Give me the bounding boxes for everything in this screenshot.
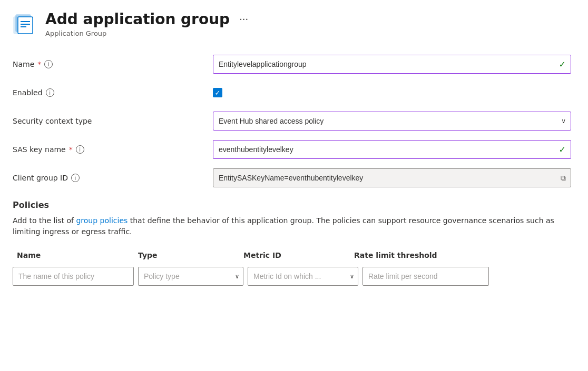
client-group-control: ⧉ — [213, 168, 571, 187]
policies-title: Policies — [13, 200, 575, 210]
enabled-checkbox[interactable]: ✓ — [213, 88, 222, 97]
client-group-label: Client group ID i — [13, 174, 213, 182]
checkbox-check-icon: ✓ — [215, 89, 221, 96]
sas-key-check-icon: ✓ — [559, 145, 566, 155]
table-row: Policy type Throttling ∨ Metric Id on wh… — [13, 267, 575, 286]
sas-key-info-icon[interactable]: i — [76, 145, 84, 154]
table-header: Name Type Metric ID Rate limit threshold — [13, 248, 575, 263]
header-text-group: Add application group ··· Application Gr… — [45, 11, 248, 37]
table-header-rate-limit: Rate limit threshold — [350, 248, 476, 263]
name-label: Name * i — [13, 60, 213, 68]
security-context-dropdown[interactable]: Event Hub shared access policy AAD — [213, 112, 571, 131]
svg-rect-2 — [18, 17, 33, 34]
sas-key-label-text: SAS key name — [13, 145, 66, 154]
header-more-options[interactable]: ··· — [239, 14, 248, 25]
metric-id-dropdown-wrapper: Metric Id on which ... IncomingBytes Out… — [248, 267, 358, 286]
name-required-star: * — [37, 60, 41, 68]
policies-desc-text1: Add to the list of — [13, 216, 76, 225]
sas-key-required-star: * — [69, 145, 73, 154]
table-header-type: Type — [134, 248, 239, 263]
policies-description: Add to the list of group policies that d… — [13, 215, 575, 237]
security-context-label-text: Security context type — [13, 117, 92, 125]
enabled-label-text: Enabled — [13, 88, 43, 97]
policy-type-dropdown[interactable]: Policy type Throttling — [138, 267, 243, 286]
sas-key-row: SAS key name * i ✓ — [13, 140, 575, 159]
sas-key-input[interactable] — [213, 140, 571, 159]
client-group-info-icon[interactable]: i — [71, 174, 80, 182]
policy-type-dropdown-wrapper: Policy type Throttling ∨ — [138, 267, 243, 286]
enabled-label: Enabled i — [13, 88, 213, 97]
name-control: ✓ — [213, 55, 571, 74]
name-label-text: Name — [13, 60, 34, 68]
sas-key-input-wrapper: ✓ — [213, 140, 571, 159]
enabled-checkbox-wrapper: ✓ — [213, 88, 571, 97]
table-header-metric-id: Metric ID — [239, 248, 350, 263]
table-header-name: Name — [13, 248, 134, 263]
client-group-input — [213, 168, 571, 187]
sas-key-control: ✓ — [213, 140, 571, 159]
rate-limit-input-wrapper — [362, 267, 489, 286]
client-group-row: Client group ID i ⧉ — [13, 168, 575, 187]
enabled-row: Enabled i ✓ — [13, 83, 575, 102]
security-context-dropdown-wrapper: Event Hub shared access policy AAD ∨ — [213, 112, 571, 131]
app-group-icon — [13, 13, 38, 38]
name-input-wrapper: ✓ — [213, 55, 571, 74]
policy-name-input[interactable] — [13, 267, 134, 286]
policy-name-input-wrapper — [13, 267, 134, 286]
client-group-label-text: Client group ID — [13, 174, 68, 182]
rate-limit-input[interactable] — [362, 267, 489, 286]
name-info-icon[interactable]: i — [44, 60, 53, 68]
security-context-control: Event Hub shared access policy AAD ∨ — [213, 112, 571, 131]
form-section: Name * i ✓ Enabled i ✓ Security conte — [13, 55, 575, 187]
sas-key-label: SAS key name * i — [13, 145, 213, 154]
enabled-control: ✓ — [213, 88, 571, 97]
policies-desc-link[interactable]: group policies — [76, 216, 128, 225]
page-title: Add application group — [45, 11, 230, 28]
name-check-icon: ✓ — [559, 59, 566, 69]
client-group-input-wrapper: ⧉ — [213, 168, 571, 187]
metric-id-dropdown[interactable]: Metric Id on which ... IncomingBytes Out… — [248, 267, 358, 286]
enabled-info-icon[interactable]: i — [46, 88, 54, 97]
policies-table: Name Type Metric ID Rate limit threshold… — [13, 248, 575, 286]
copy-icon[interactable]: ⧉ — [561, 174, 566, 183]
security-context-row: Security context type Event Hub shared a… — [13, 112, 575, 131]
policies-section: Policies Add to the list of group polici… — [13, 200, 575, 286]
page-header: Add application group ··· Application Gr… — [13, 11, 575, 38]
security-context-label: Security context type — [13, 117, 213, 125]
name-row: Name * i ✓ — [13, 55, 575, 74]
name-input[interactable] — [213, 55, 571, 74]
page-subtitle: Application Group — [45, 29, 248, 37]
